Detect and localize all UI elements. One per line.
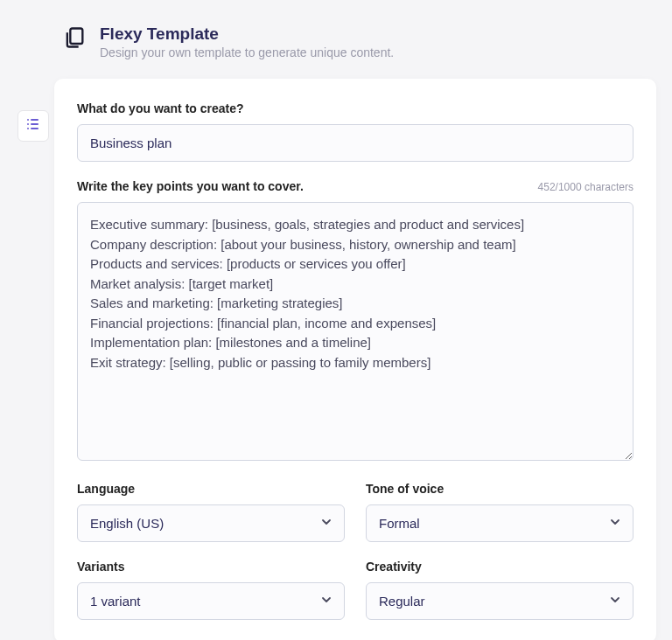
svg-rect-3 [31, 123, 38, 125]
character-count: 452/1000 characters [538, 181, 634, 193]
form-card: What do you want to create? Write the ke… [54, 79, 656, 640]
sidebar-toggle-button[interactable] [18, 110, 49, 142]
tone-label: Tone of voice [366, 482, 634, 496]
keypoints-textarea[interactable] [77, 202, 634, 461]
svg-rect-5 [31, 128, 38, 129]
tone-select[interactable]: Formal [366, 504, 634, 542]
svg-point-4 [27, 128, 29, 129]
creativity-select[interactable]: Regular [366, 582, 634, 620]
list-icon [25, 116, 41, 136]
keypoints-label: Write the key points you want to cover. [77, 179, 304, 193]
page-header: Flexy Template Design your own template … [61, 24, 394, 59]
svg-rect-1 [31, 119, 38, 121]
creativity-label: Creativity [366, 560, 634, 574]
language-select[interactable]: English (US) [77, 504, 345, 542]
page-subtitle: Design your own template to generate uni… [100, 45, 394, 59]
create-input[interactable] [77, 124, 634, 162]
variants-label: Variants [77, 560, 345, 574]
svg-point-2 [27, 123, 29, 125]
svg-rect-6 [70, 29, 82, 45]
svg-point-0 [27, 119, 29, 121]
create-label: What do you want to create? [77, 101, 634, 115]
variants-select[interactable]: 1 variant [77, 582, 345, 620]
page-title: Flexy Template [100, 24, 394, 44]
copy-icon [61, 24, 88, 51]
language-label: Language [77, 482, 345, 496]
